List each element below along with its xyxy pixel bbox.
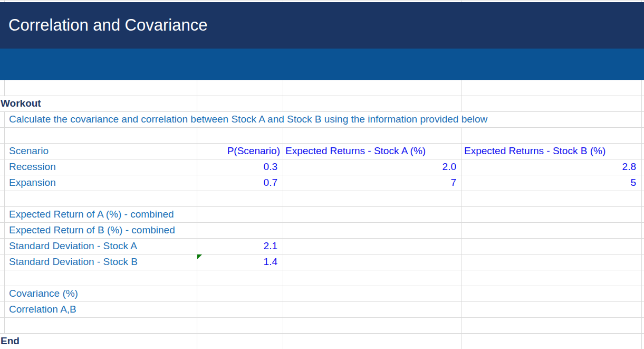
row-combined-b: Expected Return of B (%) - combined — [0, 223, 644, 239]
cell[interactable] — [283, 334, 462, 349]
cell[interactable] — [283, 80, 462, 96]
sheet-row — [0, 80, 644, 96]
cell-edge — [0, 1, 4, 2]
cell-edge — [641, 254, 644, 270]
cell[interactable] — [197, 80, 283, 96]
cell[interactable] — [197, 128, 283, 143]
row-stddev-a: Standard Deviation - Stock A 2.1 — [0, 239, 644, 254]
cell[interactable] — [197, 318, 283, 333]
cell[interactable] — [462, 286, 641, 301]
cell-recession-probability[interactable]: 0.3 — [197, 159, 283, 175]
cell[interactable] — [197, 191, 283, 206]
cell-probability-header[interactable]: P(Scenario) — [197, 144, 283, 159]
cell[interactable] — [4, 318, 197, 333]
cell-edge — [641, 223, 644, 238]
top-partial-row — [0, 0, 644, 2]
cell-stddev-b-label[interactable]: Standard Deviation - Stock B — [4, 254, 197, 270]
cell[interactable] — [462, 302, 641, 317]
cell[interactable] — [283, 254, 462, 270]
cell-covariance-label[interactable]: Covariance (%) — [4, 286, 197, 301]
cell[interactable] — [462, 128, 641, 143]
row-end: End — [0, 334, 644, 349]
cell-edge — [0, 239, 4, 254]
cell[interactable] — [197, 96, 283, 111]
cell[interactable] — [462, 191, 641, 206]
cell-edge — [0, 254, 4, 270]
cell[interactable] — [462, 207, 641, 222]
cell — [197, 1, 283, 2]
cell[interactable] — [283, 239, 462, 254]
cell-workout-label[interactable]: Workout — [0, 96, 197, 111]
cell[interactable] — [283, 191, 462, 206]
cell[interactable] — [283, 318, 462, 333]
cell-combined-a-value[interactable] — [197, 207, 283, 222]
cell[interactable] — [283, 128, 462, 143]
cell-edge — [641, 239, 644, 254]
cell-edge — [641, 112, 644, 127]
cell-edge — [641, 318, 644, 333]
cell — [283, 1, 462, 2]
cell-expansion-return-a[interactable]: 7 — [283, 175, 462, 191]
cell-scenario-header[interactable]: Scenario — [4, 144, 197, 159]
cell — [4, 1, 197, 2]
cell-edge — [0, 318, 4, 333]
cell-edge — [641, 191, 644, 206]
cell-covariance-value[interactable] — [197, 286, 283, 301]
error-flag-icon — [197, 254, 202, 259]
sheet-row — [0, 191, 644, 207]
cell-expansion-label[interactable]: Expansion — [4, 175, 197, 191]
cell-edge — [641, 128, 644, 143]
cell-stddev-b-value[interactable]: 1.4 — [197, 254, 283, 270]
cell-stddev-a-label[interactable]: Standard Deviation - Stock A — [4, 239, 197, 254]
cell-edge — [0, 144, 4, 159]
cell[interactable] — [4, 128, 197, 143]
cell[interactable] — [283, 286, 462, 301]
cell[interactable] — [462, 270, 641, 286]
cell-correlation-value[interactable] — [197, 302, 283, 317]
cell[interactable] — [283, 207, 462, 222]
cell-combined-b-label[interactable]: Expected Return of B (%) - combined — [4, 223, 197, 238]
cell — [462, 1, 641, 2]
cell[interactable] — [4, 191, 197, 206]
cell-edge — [0, 80, 4, 96]
cell[interactable] — [283, 96, 462, 111]
cell[interactable] — [283, 270, 462, 286]
cell[interactable] — [462, 223, 641, 238]
cell-edge — [641, 302, 644, 317]
cell-recession-label[interactable]: Recession — [4, 159, 197, 175]
cell-instruction-text[interactable]: Calculate the covariance and correlation… — [4, 112, 641, 127]
cell[interactable] — [4, 80, 197, 96]
cell-stock-b-header[interactable]: Expected Returns - Stock B (%) — [462, 144, 641, 159]
cell-expansion-probability[interactable]: 0.7 — [197, 175, 283, 191]
cell-edge — [641, 80, 644, 96]
cell-edge — [641, 207, 644, 222]
cell[interactable] — [462, 254, 641, 270]
cell[interactable] — [283, 302, 462, 317]
cell-correlation-label[interactable]: Correlation A,B — [4, 302, 197, 317]
cell-combined-a-label[interactable]: Expected Return of A (%) - combined — [4, 207, 197, 222]
cell-edge — [641, 159, 644, 175]
cell-edge — [641, 144, 644, 159]
cell[interactable] — [462, 96, 641, 111]
row-combined-a: Expected Return of A (%) - combined — [0, 207, 644, 223]
cell-edge — [641, 334, 644, 349]
cell[interactable] — [197, 334, 283, 349]
cell-expansion-return-b[interactable]: 5 — [462, 175, 641, 191]
cell-end-label[interactable]: End — [0, 334, 197, 349]
cell[interactable] — [462, 239, 641, 254]
row-covariance: Covariance (%) — [0, 286, 644, 302]
cell-stddev-a-value[interactable]: 2.1 — [197, 239, 283, 254]
stddev-b-value-text: 1.4 — [264, 256, 277, 267]
cell[interactable] — [462, 318, 641, 333]
cell-edge — [0, 207, 4, 222]
cell[interactable] — [197, 270, 283, 286]
cell-combined-b-value[interactable] — [197, 223, 283, 238]
cell-recession-return-a[interactable]: 2.0 — [283, 159, 462, 175]
cell[interactable] — [462, 334, 641, 349]
cell-recession-return-b[interactable]: 2.8 — [462, 159, 641, 175]
cell[interactable] — [4, 270, 197, 286]
cell[interactable] — [462, 80, 641, 96]
cell-edge — [0, 302, 4, 317]
cell[interactable] — [283, 223, 462, 238]
cell-stock-a-header[interactable]: Expected Returns - Stock A (%) — [283, 144, 462, 159]
